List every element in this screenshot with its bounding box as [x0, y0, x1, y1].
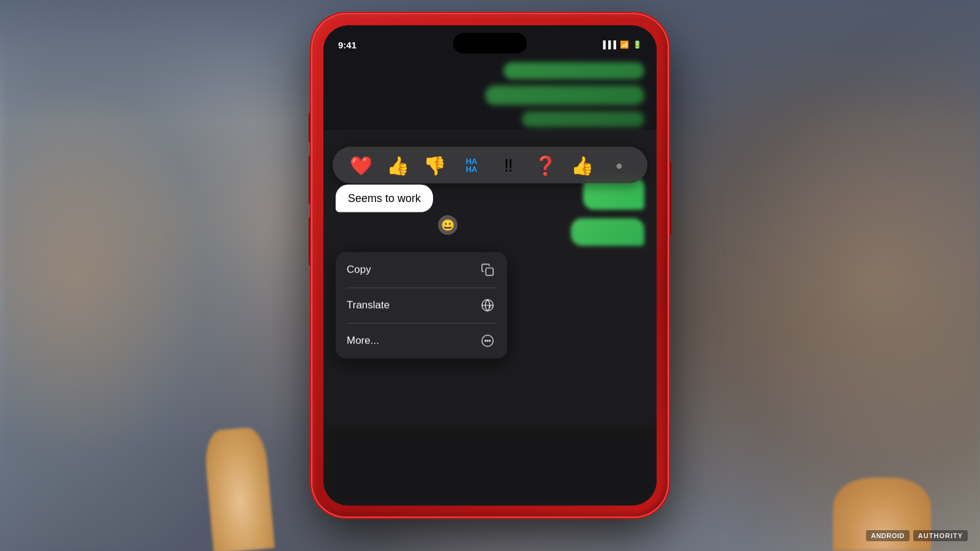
emoji-reaction-on-message[interactable]: 😀: [437, 214, 459, 236]
tapback-heart[interactable]: ❤️: [347, 152, 374, 179]
copy-icon: [479, 261, 496, 279]
battery-icon: 🔋: [633, 40, 642, 49]
svg-text:A: A: [489, 304, 491, 308]
tapback-thumbsup[interactable]: 👍: [384, 152, 411, 179]
svg-point-7: [489, 340, 491, 342]
copy-label: Copy: [347, 264, 371, 276]
selected-message-bubble[interactable]: Seems to work: [336, 185, 433, 212]
tapback-thumbsup-2[interactable]: 👍: [569, 152, 596, 179]
haha-label: HAHA: [466, 157, 477, 173]
tapback-thumbsdown[interactable]: 👎: [421, 152, 448, 179]
more-menu-item[interactable]: More...: [336, 323, 507, 359]
tapback-haha[interactable]: HAHA: [458, 152, 485, 179]
message-bubble-right-2: [571, 219, 644, 246]
translate-label: Translate: [347, 299, 390, 312]
phone-frame: 9:41 ▐▐▐ 📶 🔋 ❤️ 👍 👎 HAHA: [312, 15, 668, 517]
reaction-emoji: 😀: [441, 219, 454, 232]
tapback-exclamation[interactable]: ‼️: [495, 152, 522, 179]
signal-icon: ▐▐▐: [600, 40, 616, 49]
watermark: ANDROID AUTHORITY: [866, 530, 968, 541]
tapback-more[interactable]: ●: [606, 152, 633, 179]
screen-content: 9:41 ▐▐▐ 📶 🔋 ❤️ 👍 👎 HAHA: [323, 26, 657, 506]
svg-point-5: [484, 340, 486, 342]
translate-icon: A: [479, 297, 496, 314]
tapback-reaction-bar[interactable]: ❤️ 👍 👎 HAHA ‼️ ❓ 👍 ●: [333, 147, 647, 184]
more-label: More...: [347, 335, 379, 347]
more-icon: [479, 332, 496, 350]
context-menu[interactable]: Copy Translate: [336, 252, 507, 359]
wifi-icon: 📶: [620, 40, 629, 49]
status-time: 9:41: [338, 39, 356, 50]
side-button-power[interactable]: [668, 162, 671, 235]
bottom-blur: [323, 426, 657, 506]
svg-point-6: [487, 340, 488, 342]
watermark-brand: ANDROID: [866, 530, 910, 541]
status-icons: ▐▐▐ 📶 🔋: [600, 40, 642, 49]
copy-menu-item[interactable]: Copy: [336, 252, 507, 288]
chat-area: ❤️ 👍 👎 HAHA ‼️ ❓ 👍 ● Seems to work: [323, 56, 657, 506]
phone-screen: 9:41 ▐▐▐ 📶 🔋 ❤️ 👍 👎 HAHA: [323, 26, 657, 506]
tapback-question[interactable]: ❓: [532, 152, 559, 179]
watermark-name: AUTHORITY: [913, 530, 968, 541]
translate-menu-item[interactable]: Translate A: [336, 288, 507, 323]
selected-message-text: Seems to work: [348, 192, 421, 204]
status-bar: 9:41 ▐▐▐ 📶 🔋: [323, 26, 657, 56]
svg-rect-0: [486, 268, 493, 276]
